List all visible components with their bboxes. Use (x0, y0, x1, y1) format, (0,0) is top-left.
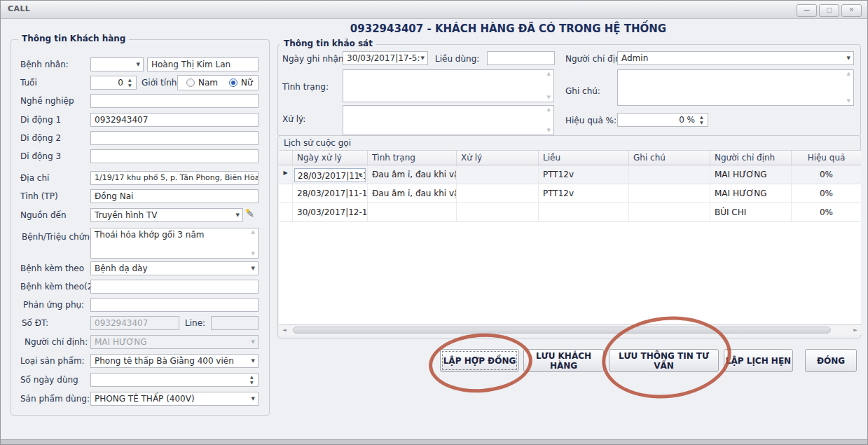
benh-nhan-combo[interactable]: ▼ (90, 57, 144, 71)
xu-ly-textarea[interactable]: ▲▼ (343, 105, 554, 135)
cell-lieu[interactable] (539, 203, 629, 221)
table-row[interactable]: 30/03/2017|12-17-41 BÙI CHI 0% (279, 203, 861, 222)
cell-tinh-trang[interactable]: Đau âm ỉ, đau khi vận ... (368, 165, 457, 184)
ngay-ghi-nhan-value: 30/03/2017|17-5: (347, 53, 420, 63)
survey-nguoi-chi-dinh-combo[interactable]: Admin▼ (617, 51, 854, 65)
cell-ngay[interactable]: 28/03/2017|11-16-00 (293, 184, 368, 203)
radio-nu[interactable]: Nữ (229, 78, 253, 88)
di-dong-1-input[interactable]: 0932943407 (90, 113, 259, 127)
chevron-down-icon: ▼ (236, 213, 240, 218)
benh-kem-theo2-input[interactable] (90, 280, 259, 294)
san-pham-dung-combo[interactable]: PHONG TÊ THẤP (400V)▼ (90, 392, 259, 406)
minimize-button[interactable]: — (797, 4, 817, 17)
survey-nguoi-chi-dinh-value: Admin (621, 53, 648, 63)
di-dong-2-input[interactable] (90, 131, 259, 145)
cell-hieu-qua[interactable]: 0% (792, 184, 861, 203)
grid-header-lieu[interactable]: Liều (539, 151, 629, 165)
close-button[interactable]: ✕ (841, 4, 862, 17)
tinh-input[interactable]: Đồng Nai (90, 189, 259, 203)
benh-nhan-name-input[interactable]: Hoàng Thị Kim Lan (147, 57, 259, 71)
cell-nguoi-chi-dinh[interactable]: MAI HƯƠNG (710, 165, 792, 184)
dia-chi-input[interactable]: 1/19/17 khu phố 5, p. Tân Phong, Biên Hò… (90, 171, 259, 185)
cell-tinh-trang[interactable] (368, 203, 457, 221)
cell-xu-ly[interactable] (457, 184, 539, 203)
ghi-chu-textarea[interactable]: ▲▼ (617, 69, 854, 106)
scroll-right-icon[interactable]: ► (850, 326, 860, 334)
scrollbar-thumb[interactable] (293, 327, 831, 334)
cell-hieu-qua[interactable]: 0% (792, 165, 861, 184)
nguon-den-combo[interactable]: Truyền hình TV▼ (90, 208, 243, 222)
cell-xu-ly[interactable] (457, 203, 539, 221)
cell-nguoi-chi-dinh[interactable]: BÙI CHI (710, 203, 792, 221)
table-row[interactable]: ▶ 28/03/2017|11-1...▼ Đau âm ỉ, đau khi … (279, 165, 861, 184)
so-ngay-dung-arrows[interactable]: ▲▼ (250, 374, 864, 385)
nguoi-chi-dinh-value: MAI HƯƠNG (95, 337, 146, 347)
cell-ngay[interactable]: 28/03/2017|11-1...▼ (293, 165, 368, 184)
dia-chi-label: Địa chỉ (20, 173, 49, 183)
cell-ghi-chu[interactable] (629, 203, 710, 221)
nguon-den-label: Nguồn đến (20, 210, 67, 220)
so-ngay-dung-stepper[interactable] (90, 373, 259, 387)
grid-header-ghi-chu[interactable]: Ghi chú (629, 151, 710, 165)
cell-xu-ly[interactable] (457, 165, 539, 184)
cell-ghi-chu[interactable] (629, 184, 710, 203)
cell-nguoi-chi-dinh[interactable]: MAI HƯƠNG (710, 184, 792, 203)
benh-kem-theo-value: Bệnh dạ dày (95, 263, 148, 273)
cell-ghi-chu[interactable] (629, 165, 710, 184)
benh-nhan-label: Bệnh nhân: (20, 60, 69, 69)
minimize-icon: — (804, 6, 810, 13)
scroll-left-icon[interactable]: ◄ (280, 326, 289, 334)
cell-lieu[interactable]: PTT12v (539, 165, 629, 184)
ngay-ghi-nhan-combo[interactable]: 30/03/2017|17-5:▼ (343, 51, 428, 65)
lap-lich-hen-button[interactable]: LẬP LỊCH HẸN (724, 349, 793, 372)
row-selector (279, 184, 293, 203)
maximize-button[interactable]: ▢ (819, 4, 839, 17)
lap-hop-dong-button[interactable]: LẬP HỢP ĐỒNG (440, 349, 519, 372)
benh-kem-theo-combo[interactable]: Bệnh dạ dày▼ (90, 261, 259, 275)
spin-up-icon: ▲ (700, 114, 864, 120)
tuoi-label: Tuổi (20, 78, 37, 88)
hieu-qua-arrows[interactable]: ▲▼ (700, 114, 864, 125)
phan-ung-phu-label: Phản ứng phụ: (23, 300, 84, 310)
grid-header-tinh-trang[interactable]: Tình trạng (368, 151, 457, 165)
luu-khach-hang-button[interactable]: LƯU KHÁCH HÀNG (523, 349, 604, 372)
customer-info-group-title: Thông tin Khách hàng (18, 34, 129, 43)
cell-ngay[interactable]: 30/03/2017|12-17-41 (293, 203, 368, 221)
grid-header-selector (279, 151, 293, 165)
gioi-tinh-label: Giới tính: (142, 78, 179, 88)
grid-header-nguoi-chi-dinh[interactable]: Người chỉ định (710, 151, 792, 165)
chevron-down-icon: ▼ (137, 62, 140, 67)
chevron-down-icon: ▼ (252, 340, 255, 345)
lieu-dung-input[interactable] (487, 51, 555, 65)
benh-kem-theo-label: Bệnh kèm theo (20, 263, 84, 273)
cell-lieu[interactable]: PTT12v (539, 184, 629, 203)
grid-header-xu-ly[interactable]: Xử lý (457, 151, 539, 165)
cell-hieu-qua[interactable]: 0% (792, 203, 861, 221)
loai-san-pham-value: Phong tê thấp Bà Giằng 400 viên (95, 356, 234, 366)
di-dong-3-input[interactable] (90, 149, 259, 163)
grid-header-hieu-qua[interactable]: Hiệu quả (792, 151, 861, 165)
xu-ly-label: Xử lý: (282, 114, 305, 124)
hieu-qua-stepper[interactable]: 0 % (617, 113, 708, 127)
dong-button[interactable]: ĐÓNG (805, 349, 857, 372)
scroll-up-icon: ▲ (547, 71, 551, 76)
radio-nu-label: Nữ (241, 78, 253, 88)
radio-nam[interactable]: Nam (186, 78, 218, 88)
cell-tinh-trang[interactable]: Đau âm ỉ, đau khi vận ... (368, 184, 457, 203)
horizontal-scrollbar[interactable]: ◄ ► (279, 324, 861, 335)
benh-trieu-chung-textarea[interactable]: Thoái hóa khớp gối 3 năm▲▼ (90, 228, 259, 259)
luu-thong-tin-tu-van-button[interactable]: LƯU THÔNG TIN TƯ VẤN (609, 349, 719, 372)
call-history-title: Lịch sử cuộc gọi (284, 138, 351, 148)
phan-ung-phu-input[interactable] (90, 298, 259, 312)
table-row[interactable]: 28/03/2017|11-16-00 Đau âm ỉ, đau khi vậ… (279, 184, 861, 203)
edit-pencil-icon[interactable]: ✎ (247, 209, 254, 219)
grid-header-ngay[interactable]: Ngày xử lý (293, 151, 368, 165)
chevron-down-icon: ▼ (252, 397, 255, 402)
tinh-trang-textarea[interactable]: ▲▼ (343, 69, 554, 102)
nghe-nghiep-input[interactable] (90, 94, 259, 108)
scroll-down-icon: ▼ (847, 99, 850, 104)
nghe-nghiep-label: Nghề nghiệp (20, 96, 74, 106)
san-pham-dung-value: PHONG TÊ THẤP (400V) (95, 394, 195, 404)
loai-san-pham-combo[interactable]: Phong tê thấp Bà Giằng 400 viên▼ (90, 354, 259, 368)
date-cell-editor[interactable]: 28/03/2017|11-1...▼ (294, 168, 366, 182)
